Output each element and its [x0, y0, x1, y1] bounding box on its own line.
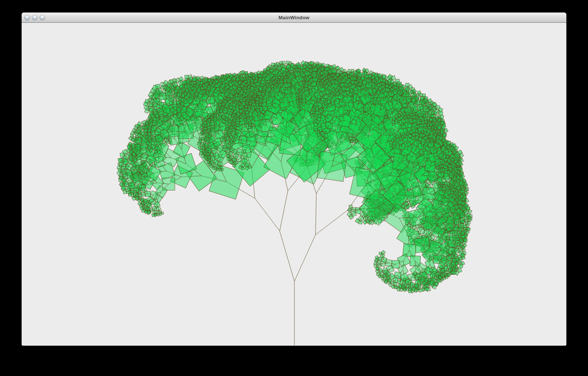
- traffic-lights: [22, 13, 45, 22]
- zoom-button[interactable]: [40, 15, 45, 20]
- fractal-tree-canvas: [22, 23, 566, 345]
- main-window: MainWindow: [22, 13, 566, 346]
- close-button[interactable]: [25, 15, 30, 20]
- content-area: [22, 23, 566, 345]
- window-title: MainWindow: [22, 15, 566, 20]
- desktop: MainWindow: [0, 0, 588, 376]
- titlebar[interactable]: MainWindow: [22, 13, 566, 23]
- minimize-button[interactable]: [32, 15, 37, 20]
